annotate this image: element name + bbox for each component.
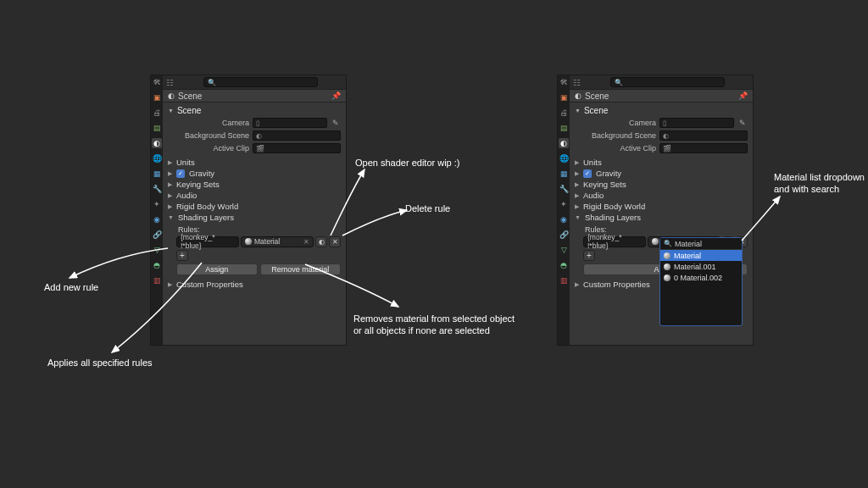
tab-viewlayer-icon[interactable]: ▤ [559,123,569,133]
tab-render-icon[interactable]: ▣ [152,92,162,103]
rule-pattern-input[interactable]: {monkey_* !*blue} [583,236,646,247]
panel-search[interactable]: 🔍 [203,77,318,87]
delete-rule-button[interactable]: ✕ [329,236,341,247]
keying-row[interactable]: ▶Keying Sets [575,179,748,190]
dropdown-item[interactable]: Material.001 [660,261,742,272]
clip-row: Active Clip 🎬 [583,142,748,154]
pin-icon[interactable]: 📌 [331,92,341,100]
gravity-label: Gravity [596,169,621,178]
tab-viewlayer-icon[interactable]: ▤ [152,123,162,133]
background-row: Background Scene ◐ [583,130,748,141]
camera-icon: ▯ [256,119,259,127]
options-icon[interactable]: ☷ [573,78,581,87]
anno-add: Add new rule [44,282,98,294]
chevron-down-icon: ▼ [168,214,174,220]
material-select[interactable]: Material ✕ [241,236,314,247]
eyedropper-icon[interactable]: ✎ [737,119,748,127]
camera-label: Camera [176,119,249,127]
assign-button[interactable]: Assign [176,263,258,275]
tab-data-icon[interactable]: ▽ [152,245,162,255]
chevron-down-icon: ▼ [575,108,581,114]
units-row[interactable]: ▶Units [575,157,748,168]
tab-constraint-icon[interactable]: 🔗 [152,230,162,240]
eyedropper-icon[interactable]: ✎ [331,119,341,127]
gravity-checkbox[interactable]: ✓ [583,169,592,178]
tab-tool-icon[interactable]: 🛠 [152,77,162,87]
units-label: Units [176,158,195,167]
tab-world-icon[interactable]: 🌐 [152,153,162,164]
keying-row[interactable]: ▶Keying Sets [168,179,341,190]
clip-field[interactable]: 🎬 [253,143,341,153]
camera-field[interactable]: ▯ [253,118,327,128]
rigid-row[interactable]: ▶Rigid Body World [168,201,341,212]
dropdown-search-input[interactable] [675,240,770,248]
tab-modifier-icon[interactable]: 🔧 [152,184,162,194]
tab-texture-icon[interactable]: ▥ [152,275,162,286]
shading-body: Rules: {monkey_* !*blue} Material ✕ ◐ ✕ … [168,225,341,275]
rule-pattern-text: {monkey_* !*blue} [181,233,235,250]
tab-scene-icon[interactable]: ◐ [559,138,569,148]
chevron-right-icon: ▶ [575,170,579,177]
tab-object-icon[interactable]: ▦ [152,169,162,179]
rule-pattern-input[interactable]: {monkey_* !*blue} [176,236,239,247]
add-rule-button[interactable]: + [176,250,188,261]
tab-constraint-icon[interactable]: 🔗 [559,230,569,240]
rigid-row[interactable]: ▶Rigid Body World [575,201,748,212]
clip-row: Active Clip 🎬 [176,142,341,154]
clip-field[interactable]: 🎬 [659,143,748,153]
tab-output-icon[interactable]: 🖨 [559,108,569,118]
background-field[interactable]: ◐ [659,130,748,141]
tab-object-icon[interactable]: ▦ [559,169,569,179]
chevron-right-icon: ▶ [168,192,172,199]
gravity-checkbox[interactable]: ✓ [176,169,185,178]
custom-label: Custom Properties [583,280,650,289]
shading-row[interactable]: ▼Shading Layers [575,212,748,223]
background-field[interactable]: ◐ [253,130,341,141]
scene-collapser[interactable]: ▼ Scene [575,104,748,116]
search-input[interactable] [219,78,314,86]
gravity-row[interactable]: ▶✓Gravity [168,168,341,179]
open-shader-button[interactable]: ◐ [315,236,327,247]
tab-particle-icon[interactable]: ✦ [559,199,569,209]
pin-icon[interactable]: 📌 [738,92,748,100]
tab-modifier-icon[interactable]: 🔧 [559,184,569,194]
options-icon[interactable]: ☷ [166,78,174,87]
panel-search[interactable]: 🔍 [610,77,725,87]
scene-collapser[interactable]: ▼ Scene [168,104,341,116]
tab-physics-icon[interactable]: ◉ [559,214,569,225]
tab-material-icon[interactable]: ◓ [152,260,162,270]
camera-label: Camera [583,119,656,127]
shading-row[interactable]: ▼Shading Layers [168,212,341,223]
tab-world-icon[interactable]: 🌐 [559,153,569,164]
tab-scene-icon[interactable]: ◐ [152,138,162,148]
tab-texture-icon[interactable]: ▥ [559,275,569,286]
dropdown-item[interactable]: 0 Material.002 [660,272,742,283]
audio-label: Audio [583,191,604,200]
audio-row[interactable]: ▶Audio [575,190,748,201]
camera-row: Camera ▯ ✎ [176,117,341,129]
tab-output-icon[interactable]: 🖨 [152,108,162,118]
dropdown-search[interactable]: 🔍 [660,238,742,250]
tab-material-icon[interactable]: ◓ [559,260,569,270]
camera-field[interactable]: ▯ [659,118,734,128]
dropdown-item[interactable]: Material [660,250,742,261]
tab-physics-icon[interactable]: ◉ [152,214,162,225]
clear-icon[interactable]: ✕ [303,238,309,246]
add-rule-button[interactable]: + [583,250,595,261]
tab-tool-icon[interactable]: 🛠 [559,77,569,87]
breadcrumb: ◐ Scene 📌 [163,89,346,103]
tab-particle-icon[interactable]: ✦ [152,199,162,209]
camera-row: Camera ▯ ✎ [583,117,748,129]
rule-row: {monkey_* !*blue} Material ✕ ◐ ✕ [176,236,341,247]
tab-render-icon[interactable]: ▣ [559,92,569,103]
search-input[interactable] [626,78,721,86]
tab-data-icon[interactable]: ▽ [559,245,569,255]
shading-label: Shading Layers [178,213,234,222]
remove-material-button[interactable]: Remove material [260,263,342,275]
audio-row[interactable]: ▶Audio [168,190,341,201]
gravity-row[interactable]: ▶✓Gravity [575,168,748,179]
chevron-right-icon: ▶ [168,281,172,288]
material-dropdown[interactable]: 🔍 Material Material.001 0 Material.002 [659,237,743,326]
units-row[interactable]: ▶Units [168,157,341,168]
custom-row[interactable]: ▶Custom Properties [168,279,341,290]
